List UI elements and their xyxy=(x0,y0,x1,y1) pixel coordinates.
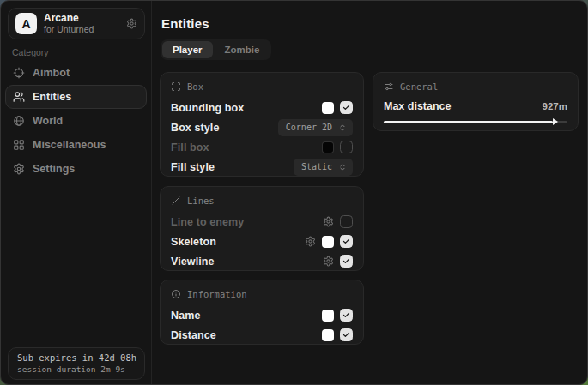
crosshair-icon xyxy=(13,67,25,79)
setting-row-max-distance: Max distance 927m xyxy=(384,98,567,115)
chevrons-up-down-icon xyxy=(338,163,347,171)
setting-row-box-style: Box style Corner 2D xyxy=(171,117,353,137)
color-swatch[interactable] xyxy=(322,329,334,341)
box-style-dropdown[interactable]: Corner 2D xyxy=(278,119,353,136)
max-distance-slider[interactable] xyxy=(384,117,567,126)
slider-fill xyxy=(384,121,553,123)
sidebar-item-label: Entities xyxy=(33,91,71,103)
setting-row-bounding-box: Bounding box xyxy=(171,98,353,117)
color-swatch[interactable] xyxy=(322,141,334,153)
sidebar-item-settings[interactable]: Settings xyxy=(5,157,147,181)
box-card: Box Bounding box Box style Corner 2D Fil… xyxy=(160,72,364,177)
globe-icon xyxy=(13,115,25,127)
general-card: General Max distance 927m xyxy=(373,72,579,131)
entities-icon xyxy=(13,91,25,103)
setting-row-distance: Distance xyxy=(171,325,353,345)
entity-tabs: Player Zombie xyxy=(161,39,271,60)
line-to-enemy-settings-icon[interactable] xyxy=(323,216,334,227)
sidebar-item-aimbot[interactable]: Aimbot xyxy=(5,61,147,85)
sidebar-item-entities[interactable]: Entities xyxy=(5,85,147,109)
sidebar-item-label: Settings xyxy=(33,163,75,175)
sidebar-item-label: Aimbot xyxy=(33,67,70,79)
setting-row-skeleton: Skeleton xyxy=(171,232,353,251)
diagonal-line-icon xyxy=(171,196,181,206)
tab-player[interactable]: Player xyxy=(162,41,213,58)
card-header-label: Box xyxy=(187,81,203,92)
chevrons-up-down-icon xyxy=(338,123,347,132)
page-title: Entities xyxy=(161,16,209,31)
card-header-label: Information xyxy=(187,289,247,299)
brand-subtitle: for Unturned xyxy=(44,24,119,34)
brand-card: A Arcane for Unturned xyxy=(8,8,145,39)
color-swatch[interactable] xyxy=(322,102,334,114)
skeleton-checkbox[interactable] xyxy=(340,235,353,248)
brand-logo: A xyxy=(15,13,37,34)
setting-row-name: Name xyxy=(171,305,353,325)
information-card: Information Name Distance xyxy=(160,280,364,345)
max-distance-value: 927m xyxy=(543,101,567,111)
sidebar: A Arcane for Unturned Category Aimbot En… xyxy=(1,1,152,384)
gear-icon xyxy=(13,163,25,175)
card-header-label: Lines xyxy=(187,196,215,206)
app-window: A Arcane for Unturned Category Aimbot En… xyxy=(0,0,588,385)
line-to-enemy-checkbox[interactable] xyxy=(340,215,353,228)
color-swatch[interactable] xyxy=(322,236,334,248)
setting-row-fill-box: Fill box xyxy=(171,137,353,157)
tab-zombie[interactable]: Zombie xyxy=(215,41,270,58)
distance-checkbox[interactable] xyxy=(340,328,353,341)
sidebar-item-world[interactable]: World xyxy=(5,109,147,133)
viewline-settings-icon[interactable] xyxy=(323,256,334,267)
category-label: Category xyxy=(12,47,49,57)
setting-row-line-to-enemy: Line to enemy xyxy=(171,212,353,232)
subscription-info-card: Sub expires in 42d 08h session duration … xyxy=(8,347,145,380)
brand-settings-icon[interactable] xyxy=(126,18,137,29)
sliders-icon xyxy=(384,81,394,92)
name-checkbox[interactable] xyxy=(340,309,353,322)
brand-name: Arcane xyxy=(44,13,119,25)
color-swatch[interactable] xyxy=(322,310,334,322)
sidebar-item-label: Miscellaneous xyxy=(33,139,106,151)
card-header-label: General xyxy=(400,81,438,92)
box-corners-icon xyxy=(171,81,181,92)
session-duration-text: session duration 2m 9s xyxy=(17,364,136,374)
fill-style-dropdown[interactable]: Static xyxy=(294,159,353,176)
fill-box-checkbox[interactable] xyxy=(340,141,353,153)
skeleton-settings-icon[interactable] xyxy=(305,236,316,247)
information-icon xyxy=(171,289,181,299)
sub-expiry-text: Sub expires in 42d 08h xyxy=(17,352,136,363)
sidebar-item-label: World xyxy=(33,115,63,127)
grid-icon xyxy=(13,139,25,151)
setting-row-fill-style: Fill style Static xyxy=(171,157,353,177)
sidebar-item-miscellaneous[interactable]: Miscellaneous xyxy=(5,133,147,157)
sidebar-nav: Aimbot Entities World Miscellaneous Sett… xyxy=(5,61,147,181)
setting-row-viewline: Viewline xyxy=(171,251,353,271)
lines-card: Lines Line to enemy Skeleton Viewline xyxy=(160,186,364,271)
viewline-checkbox[interactable] xyxy=(340,255,353,268)
bounding-box-checkbox[interactable] xyxy=(340,101,353,114)
